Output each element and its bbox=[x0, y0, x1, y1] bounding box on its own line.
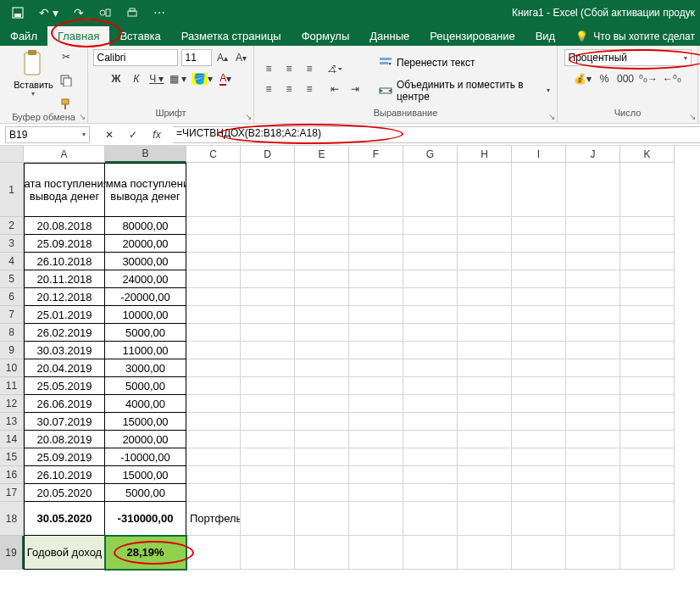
font-dialog-launcher[interactable]: ↘ bbox=[245, 112, 252, 121]
cell-D11[interactable] bbox=[241, 377, 295, 395]
cell-F4[interactable] bbox=[349, 253, 403, 270]
cell-K6[interactable] bbox=[620, 288, 675, 306]
cell-D16[interactable] bbox=[241, 466, 295, 484]
font-size-combo[interactable] bbox=[181, 49, 212, 66]
row-header-9[interactable]: 9 bbox=[0, 342, 24, 359]
cell-E11[interactable] bbox=[295, 377, 349, 395]
cell-K16[interactable] bbox=[620, 466, 675, 484]
cell-G15[interactable] bbox=[403, 448, 458, 466]
cell-B15[interactable]: -10000,00 bbox=[105, 448, 186, 466]
cell-J16[interactable] bbox=[566, 466, 620, 484]
cell-H5[interactable] bbox=[458, 270, 512, 288]
cell-A4[interactable]: 26.10.2018 bbox=[24, 253, 105, 270]
cell-C9[interactable] bbox=[186, 342, 241, 359]
cell-A13[interactable]: 30.07.2019 bbox=[24, 413, 105, 431]
cell-D7[interactable] bbox=[241, 306, 295, 324]
cell-G2[interactable] bbox=[403, 217, 458, 235]
cell-K9[interactable] bbox=[620, 342, 675, 359]
cell-G8[interactable] bbox=[403, 324, 458, 342]
cell-D3[interactable] bbox=[241, 235, 295, 253]
touch-mode-icon[interactable] bbox=[99, 7, 111, 19]
cell-B17[interactable]: 5000,00 bbox=[105, 484, 186, 502]
cell-G17[interactable] bbox=[403, 484, 458, 502]
cell-F2[interactable] bbox=[349, 217, 403, 235]
cell-F17[interactable] bbox=[349, 484, 403, 502]
cell-K18[interactable] bbox=[620, 502, 675, 536]
cell-K17[interactable] bbox=[620, 484, 675, 502]
orientation-icon[interactable]: ⦨▾ bbox=[327, 61, 342, 76]
column-header-C[interactable]: C bbox=[186, 146, 241, 163]
cell-D8[interactable] bbox=[241, 324, 295, 342]
column-header-J[interactable]: J bbox=[566, 146, 620, 163]
cell-K1[interactable] bbox=[620, 163, 675, 217]
cell-F13[interactable] bbox=[349, 413, 403, 431]
cell-B7[interactable]: 10000,00 bbox=[105, 306, 186, 324]
cell-J18[interactable] bbox=[566, 502, 620, 536]
cell-E8[interactable] bbox=[295, 324, 349, 342]
redo-icon[interactable]: ↷ bbox=[74, 6, 84, 19]
select-all-corner[interactable] bbox=[0, 146, 24, 163]
cell-G12[interactable] bbox=[403, 395, 458, 413]
cell-G4[interactable] bbox=[403, 253, 458, 270]
cell-H16[interactable] bbox=[458, 466, 512, 484]
cell-I5[interactable] bbox=[512, 270, 566, 288]
cell-I18[interactable] bbox=[512, 502, 566, 536]
wrap-text-icon[interactable] bbox=[378, 55, 393, 70]
cell-J4[interactable] bbox=[566, 253, 620, 270]
cell-C10[interactable] bbox=[186, 359, 241, 377]
align-center-icon[interactable]: ≡ bbox=[281, 81, 297, 97]
cell-E10[interactable] bbox=[295, 359, 349, 377]
cancel-formula-icon[interactable]: ✕ bbox=[102, 127, 117, 142]
row-header-13[interactable]: 13 bbox=[0, 413, 24, 431]
cell-D14[interactable] bbox=[241, 431, 295, 448]
cell-E15[interactable] bbox=[295, 448, 349, 466]
cell-C19[interactable] bbox=[186, 536, 241, 570]
cell-J12[interactable] bbox=[566, 395, 620, 413]
cell-J1[interactable] bbox=[566, 163, 620, 217]
cell-J3[interactable] bbox=[566, 235, 620, 253]
cell-F11[interactable] bbox=[349, 377, 403, 395]
cell-G1[interactable] bbox=[403, 163, 458, 217]
cell-K12[interactable] bbox=[620, 395, 675, 413]
cell-K4[interactable] bbox=[620, 253, 675, 270]
cell-I3[interactable] bbox=[512, 235, 566, 253]
increase-decimal-icon[interactable]: ⁰₀→ bbox=[639, 71, 658, 86]
number-dialog-launcher[interactable]: ↘ bbox=[689, 112, 696, 121]
cell-G13[interactable] bbox=[403, 413, 458, 431]
cell-C15[interactable] bbox=[186, 448, 241, 466]
cell-D12[interactable] bbox=[241, 395, 295, 413]
cell-A12[interactable]: 26.06.2019 bbox=[24, 395, 105, 413]
cell-D1[interactable] bbox=[241, 163, 295, 217]
row-header-19[interactable]: 19 bbox=[0, 536, 24, 570]
cell-A14[interactable]: 20.08.2019 bbox=[24, 431, 105, 448]
row-header-14[interactable]: 14 bbox=[0, 431, 24, 448]
cell-B5[interactable]: 24000,00 bbox=[105, 270, 186, 288]
cell-E3[interactable] bbox=[295, 235, 349, 253]
align-top-icon[interactable]: ≡ bbox=[261, 61, 276, 76]
cell-F3[interactable] bbox=[349, 235, 403, 253]
format-painter-icon[interactable] bbox=[58, 97, 74, 112]
cell-J2[interactable] bbox=[566, 217, 620, 235]
cell-E16[interactable] bbox=[295, 466, 349, 484]
cell-A3[interactable]: 25.09.2018 bbox=[24, 235, 105, 253]
cell-E12[interactable] bbox=[295, 395, 349, 413]
undo-icon[interactable]: ↶ ▾ bbox=[39, 6, 58, 19]
cell-I10[interactable] bbox=[512, 359, 566, 377]
cell-E1[interactable] bbox=[295, 163, 349, 217]
cell-K3[interactable] bbox=[620, 235, 675, 253]
cell-H11[interactable] bbox=[458, 377, 512, 395]
cell-C5[interactable] bbox=[186, 270, 241, 288]
cell-A7[interactable]: 25.01.2019 bbox=[24, 306, 105, 324]
cell-I15[interactable] bbox=[512, 448, 566, 466]
cell-C1[interactable] bbox=[186, 163, 241, 217]
cell-J13[interactable] bbox=[566, 413, 620, 431]
quick-print-icon[interactable] bbox=[126, 7, 138, 19]
cell-J14[interactable] bbox=[566, 431, 620, 448]
wrap-text-label[interactable]: Перенести текст bbox=[397, 57, 475, 69]
cell-E14[interactable] bbox=[295, 431, 349, 448]
merge-center-icon[interactable] bbox=[378, 83, 393, 98]
cell-F16[interactable] bbox=[349, 466, 403, 484]
column-header-F[interactable]: F bbox=[349, 146, 403, 163]
cell-B9[interactable]: 11000,00 bbox=[105, 342, 186, 359]
cell-K19[interactable] bbox=[620, 536, 675, 570]
